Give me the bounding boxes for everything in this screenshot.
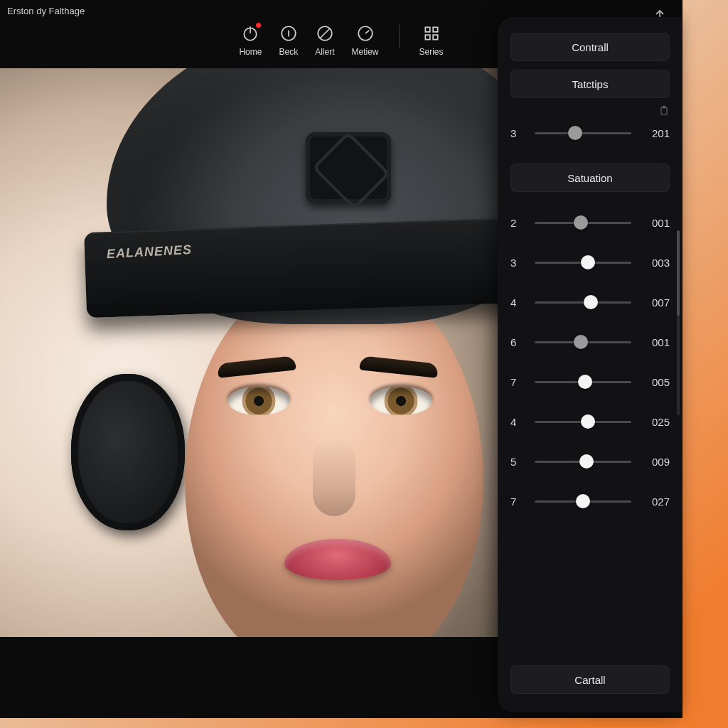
svg-line-5 [320, 29, 329, 38]
portrait-image: EALANENES [0, 68, 498, 637]
slider-left-value: 7 [510, 376, 525, 388]
panel-contrall-button[interactable]: Contrall [510, 33, 670, 61]
circle-i-icon [279, 24, 298, 43]
image-canvas[interactable]: EALANENES [0, 68, 498, 637]
sat-slider-row-0: 2001 [510, 203, 670, 242]
slider-right-value: 003 [641, 257, 670, 269]
slider-thumb[interactable] [576, 494, 590, 508]
side-panel: ContrallTatctips 3201 Satuation 20013003… [498, 17, 682, 712]
sat-slider-row-1: 3003 [510, 243, 670, 282]
sat-slider-row-3: 6001 [510, 323, 670, 361]
slider-track[interactable] [535, 262, 631, 264]
sat-slider-row-5: 4025 [510, 402, 670, 441]
panel-scrollbar[interactable] [677, 230, 680, 415]
slider-thumb[interactable] [584, 295, 598, 309]
top-slider-row-0: 3201 [510, 114, 670, 152]
slider-thumb[interactable] [568, 126, 582, 140]
toolbar-label: Metiew [352, 47, 379, 57]
toolbar-label: Series [419, 47, 444, 57]
slider-track[interactable] [535, 341, 631, 343]
toolbar-label: Home [239, 47, 262, 57]
clipboard-icon[interactable] [658, 105, 670, 117]
slider-right-value: 005 [641, 376, 670, 388]
slider-right-value: 025 [641, 416, 670, 428]
app-title: Erston dy Falthage [7, 6, 85, 16]
slider-left-value: 4 [510, 296, 525, 309]
slider-track[interactable] [535, 301, 631, 304]
slider-thumb[interactable] [581, 255, 595, 269]
toolbar-label: Allert [315, 47, 334, 57]
toolbar-back-button[interactable]: Beck [279, 24, 298, 57]
gauge-icon [356, 24, 375, 43]
toolbar-series-button[interactable]: Series [419, 24, 444, 57]
slider-thumb[interactable] [578, 375, 592, 389]
slider-left-value: 5 [510, 456, 525, 468]
slider-thumb[interactable] [581, 414, 595, 429]
slider-track[interactable] [535, 132, 631, 134]
slash-icon [316, 24, 334, 43]
section-label: Satuation [567, 172, 612, 184]
section-saturation[interactable]: Satuation [510, 164, 670, 192]
panel-tatctips-button[interactable]: Tatctips [510, 70, 670, 98]
slider-right-value: 007 [641, 296, 670, 309]
slider-thumb[interactable] [579, 454, 594, 469]
slider-track[interactable] [535, 500, 631, 503]
sat-slider-row-7: 7027 [510, 482, 670, 520]
footer-button[interactable]: Cartall [510, 665, 670, 694]
slider-thumb[interactable] [574, 335, 588, 349]
slider-right-value: 001 [641, 217, 670, 229]
slider-right-value: 201 [641, 127, 670, 139]
toolbar-divider [399, 24, 400, 48]
slider-track[interactable] [535, 381, 631, 383]
toolbar-metiew-button[interactable]: Metiew [352, 24, 379, 57]
slider-track[interactable] [535, 222, 631, 224]
slider-right-value: 009 [641, 456, 670, 468]
slider-left-value: 3 [510, 257, 525, 269]
slider-right-value: 027 [641, 496, 670, 508]
slider-left-value: 6 [510, 336, 525, 348]
svg-line-7 [365, 31, 369, 33]
slider-left-value: 7 [510, 496, 525, 508]
toolbar-home-button[interactable]: Home [239, 24, 262, 57]
power-icon [241, 24, 259, 43]
slider-left-value: 4 [510, 416, 525, 428]
app-window: Erston dy Falthage HomeBeckAllertMetiewS… [0, 0, 682, 718]
slider-track[interactable] [535, 461, 631, 463]
slider-thumb[interactable] [574, 215, 588, 230]
sat-slider-row-6: 5009 [510, 442, 670, 481]
toolbar-alert-button[interactable]: Allert [315, 24, 334, 57]
grid-icon [422, 24, 441, 43]
slider-track[interactable] [535, 421, 631, 423]
slider-left-value: 2 [510, 217, 525, 229]
notification-dot [256, 23, 261, 28]
toolbar-label: Beck [279, 47, 298, 57]
sat-slider-row-2: 4007 [510, 283, 670, 321]
slider-right-value: 001 [641, 336, 670, 348]
slider-left-value: 3 [510, 127, 525, 139]
sat-slider-row-4: 7005 [510, 363, 670, 401]
